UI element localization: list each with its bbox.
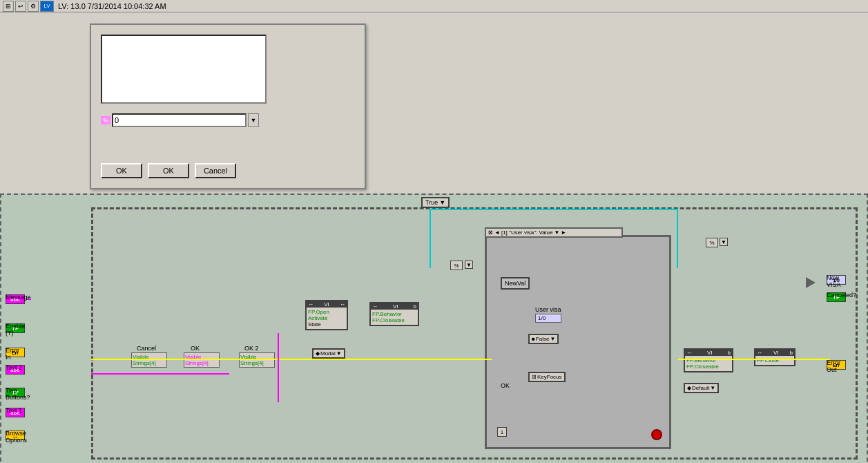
case-structure [91,207,858,460]
icon-1[interactable]: ⊞ [3,1,14,12]
vi-block-2-header: ↔VIb [371,303,418,310]
enable-group: Enable (T) TF [6,323,25,333]
wire-top-cyan [430,209,678,210]
modal-node: ◆ Modal ▼ [312,348,345,359]
wire-yellow-right [678,359,830,360]
newval-node: NewVal [501,277,530,290]
vi-block-4-content: FP.Close [755,356,794,365]
toolbar-icons: ⊞ ↩ ⚙ LV [3,1,54,12]
lv-icon: LV [40,1,54,12]
main-area: % ▼ OK OK Cancel ◄ True ▼ ► Messag [0,12,868,463]
state-label: State [308,321,345,328]
fp-behavior-label: FP.Behavior [372,311,416,317]
vi-block-4: ↔VIb FP.Close [754,348,795,366]
message-group: Message abc [6,294,31,304]
ok-vi-block: Visible Strings[4] [184,352,220,368]
user-visa-area: User visa 1/0 [535,306,561,323]
vi-block-1-content: FP.Open Activate State [307,308,347,329]
wire-pink-v [278,333,279,402]
vi-block-3: ↔VIb FP.Behavior FP.Closeable [684,348,733,372]
ok-button-2[interactable]: OK [148,163,189,178]
vi-block-4-header: ↔VIb [755,350,794,356]
dropdown-right[interactable]: ▼ [720,238,728,246]
dialog-input[interactable] [112,113,247,127]
ok2-col-label: OK 2 [244,345,259,352]
dialog-box: % ▼ OK OK Cancel [90,23,366,189]
error-in-group: Error In Err [6,347,25,357]
browse-options-group: Browse Options ... [6,430,25,440]
vi-block-1-header: ↔VI↔ [307,301,347,308]
title-bar: ⊞ ↩ ⚙ LV LV: 13.0 7/31/2014 10:04:32 AM [0,0,868,12]
vi-block-3-header: ↔VIb [685,350,732,356]
keyfocus-node: ⊞ KeyFocus [528,372,566,382]
dialog-input-row: % ▼ [101,113,259,127]
dropdown-left[interactable]: ▼ [465,261,473,269]
stop-button[interactable] [651,429,662,440]
vi-block-2: ↔VIb FP.Behavior FP.Closeable [369,302,419,326]
pct-node-left: % [450,261,463,270]
wire-yellow-main [91,359,492,360]
block-diagram-bg: ◄ True ▼ ► Message abc Enable (T) TF [0,193,868,463]
case-selector-area: ◄ True ▼ ► [421,198,439,207]
dialog-buttons: OK OK Cancel [101,163,236,178]
vi-block-1: ↔VI↔ FP.Open Activate State [305,300,348,330]
ok-button-1[interactable]: OK [101,163,142,178]
ok2-vi-block: Visible Strings[4] [239,352,275,368]
counter-node: 1 [497,427,507,437]
cancel-button[interactable]: Cancel [195,163,236,178]
triangle-icon [806,277,816,288]
canceled-group: Canceled? TF [827,292,846,302]
ok-col-label: OK [191,345,200,352]
case-selector[interactable]: True ▼ [421,197,450,208]
cancel-vi-block: Visible Strings[4] [131,352,167,368]
user-visa-value: 1/0 [535,314,561,323]
vi-block-2-content: FP.Behavior FP.Closeable [371,310,418,325]
new-visa-group: New VISA 1/0 [827,274,846,285]
false-selector: ■ False ▼ [528,334,559,344]
wire-top-left-v [430,209,431,268]
icon-3[interactable]: ⚙ [28,1,39,12]
cancel-col-label: Cancel [137,345,156,352]
two-buttons-group: Two Buttons? TF [6,387,25,397]
activate-label: Activate [308,315,345,321]
inner-case-structure: ⊠ ◄ [1] "User visa": Value ▼ ► NewVal Us… [485,235,671,449]
text1-group: Text 1 abc [6,407,25,417]
icon-2[interactable]: ↩ [15,1,26,12]
title-text: LV: 13.0 7/31/2014 10:04:32 AM [58,2,166,10]
wire-top-right-v [677,209,678,268]
fp-closeable-label: FP.Closeable [372,317,416,323]
ok-keyfocus-area: OK ⊞ KeyFocus [501,382,510,389]
inner-case-selector: ⊠ ◄ [1] "User visa": Value ▼ ► [485,227,623,238]
dialog-preview [101,35,267,104]
pct-node-right: % [706,238,718,247]
error-out-group: Error Out Err [827,359,846,370]
text2-group: Text 2 abc [6,364,25,375]
dropdown-arrow[interactable]: ▼ [248,113,259,127]
wire-pink-h [91,373,229,375]
default-node: ◆ Default ▼ [684,383,719,393]
fp-open-label: FP.Open [308,309,345,315]
input-label: % [101,116,110,124]
